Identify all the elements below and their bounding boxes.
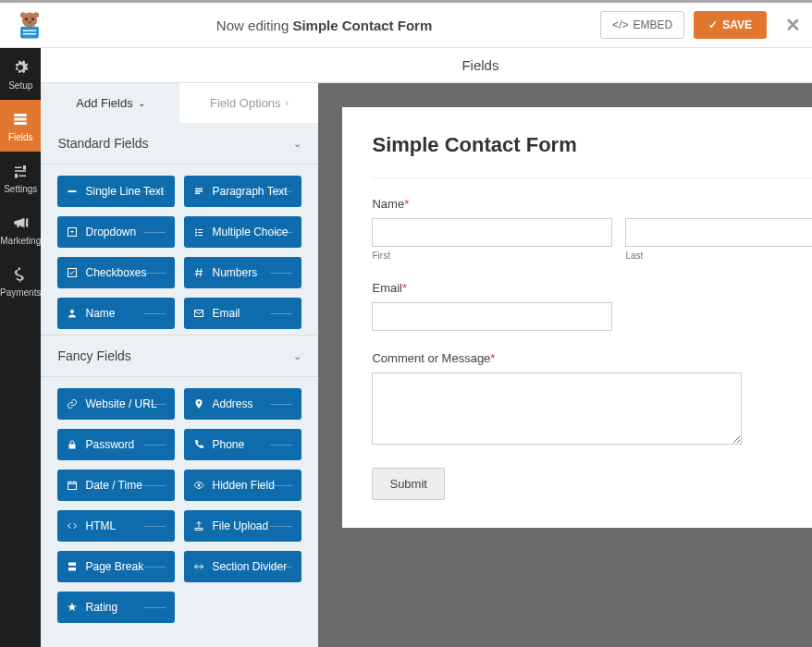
- field-paragraph-text[interactable]: Paragraph Text: [184, 176, 301, 207]
- svg-rect-25: [68, 482, 77, 490]
- group-fancy-fields[interactable]: Fancy Fields⌄: [41, 336, 318, 377]
- field-row-comment[interactable]: Comment or Message*: [372, 351, 812, 447]
- lock-icon: [67, 439, 78, 450]
- caret-square-icon: [67, 226, 78, 238]
- field-hidden-field[interactable]: Hidden Field: [184, 470, 301, 501]
- chevron-right-icon: ›: [286, 98, 289, 108]
- svg-point-3: [28, 21, 31, 24]
- submit-button[interactable]: Submit: [372, 468, 444, 500]
- chevron-down-icon: ⌄: [293, 350, 301, 362]
- first-sublabel: First: [372, 250, 612, 261]
- svg-point-18: [195, 235, 197, 237]
- user-icon: [67, 308, 78, 319]
- fields-icon: [12, 111, 29, 128]
- hash-icon: [193, 267, 204, 278]
- list-icon: [193, 226, 204, 238]
- close-icon[interactable]: ✕: [785, 14, 801, 36]
- field-address[interactable]: Address: [184, 388, 301, 420]
- rail-settings[interactable]: Settings: [0, 152, 41, 203]
- field-file-upload[interactable]: File Upload: [184, 510, 301, 542]
- field-page-break[interactable]: Page Break: [57, 551, 175, 582]
- svg-rect-6: [20, 27, 39, 39]
- rail-setup[interactable]: Setup: [0, 48, 41, 100]
- field-row-name[interactable]: Name* First Last: [372, 197, 812, 261]
- svg-point-21: [70, 310, 74, 313]
- first-name-input[interactable]: [372, 218, 612, 247]
- svg-point-2: [31, 18, 34, 20]
- last-name-input[interactable]: [625, 218, 812, 247]
- field-website-url[interactable]: Website / URL: [57, 388, 175, 420]
- dollar-icon: [12, 266, 29, 283]
- star-icon: [67, 602, 78, 613]
- page-break-icon: [67, 561, 78, 572]
- fields-panel: Add Fields⌄ Field Options› Standard Fiel…: [41, 83, 318, 647]
- field-section-divider[interactable]: Section Divider: [184, 551, 301, 582]
- field-checkboxes[interactable]: Checkboxes: [57, 257, 175, 288]
- svg-point-5: [33, 12, 39, 18]
- svg-rect-24: [69, 445, 76, 449]
- field-row-email[interactable]: Email*: [372, 281, 812, 331]
- form-canvas: Simple Contact Form Name* First Last Ema…: [318, 83, 812, 647]
- svg-point-26: [198, 484, 201, 487]
- name-label: Name*: [372, 197, 812, 211]
- paragraph-icon: [193, 186, 204, 197]
- code-icon: [67, 520, 78, 531]
- check-square-icon: [67, 267, 78, 278]
- comment-textarea[interactable]: [372, 372, 742, 445]
- rail-fields[interactable]: Fields: [0, 100, 41, 152]
- embed-button[interactable]: </>EMBED: [600, 11, 684, 39]
- svg-rect-19: [198, 235, 203, 236]
- tab-field-options[interactable]: Field Options›: [179, 83, 318, 123]
- phone-icon: [193, 439, 204, 450]
- rail-marketing[interactable]: Marketing: [0, 203, 41, 255]
- svg-point-23: [198, 401, 201, 404]
- svg-rect-9: [14, 114, 27, 116]
- envelope-icon: [193, 308, 204, 319]
- save-button[interactable]: ✓SAVE: [694, 11, 767, 39]
- rail-payments[interactable]: Payments: [0, 255, 41, 307]
- comment-label: Comment or Message*: [372, 351, 812, 365]
- svg-rect-7: [23, 30, 36, 31]
- field-email[interactable]: Email: [184, 298, 301, 329]
- field-date-time[interactable]: Date / Time: [57, 470, 175, 501]
- field-password[interactable]: Password: [57, 429, 175, 460]
- link-icon: [67, 398, 78, 409]
- form-title: Simple Contact Form: [372, 133, 812, 157]
- chevron-down-icon: ⌄: [138, 98, 145, 108]
- field-numbers[interactable]: Numbers: [184, 257, 301, 288]
- last-sublabel: Last: [625, 250, 812, 261]
- svg-rect-15: [198, 229, 203, 230]
- field-html[interactable]: HTML: [57, 510, 175, 542]
- email-label: Email*: [372, 281, 812, 295]
- field-single-line-text[interactable]: Single Line Text: [57, 176, 175, 207]
- chevron-down-icon: ⌄: [293, 138, 301, 150]
- svg-point-16: [195, 232, 197, 234]
- section-title: Fields: [41, 48, 812, 83]
- svg-point-1: [25, 18, 28, 20]
- email-input[interactable]: [372, 302, 612, 331]
- field-phone[interactable]: Phone: [184, 429, 301, 460]
- field-rating[interactable]: Rating: [57, 592, 175, 623]
- svg-point-4: [20, 12, 26, 18]
- map-pin-icon: [193, 398, 204, 409]
- svg-rect-8: [23, 33, 36, 34]
- group-standard-fields[interactable]: Standard Fields⌄: [41, 123, 318, 165]
- svg-rect-12: [68, 190, 77, 192]
- tab-add-fields[interactable]: Add Fields⌄: [41, 83, 179, 123]
- svg-rect-28: [68, 568, 76, 571]
- field-dropdown[interactable]: Dropdown: [57, 216, 175, 248]
- eye-slash-icon: [193, 480, 204, 491]
- svg-rect-27: [68, 563, 76, 567]
- divider: [372, 177, 812, 178]
- upload-icon: [193, 520, 204, 531]
- bullhorn-icon: [12, 214, 29, 231]
- check-icon: ✓: [708, 18, 718, 31]
- svg-point-14: [195, 229, 197, 231]
- svg-rect-10: [14, 118, 27, 121]
- svg-rect-11: [14, 122, 27, 125]
- field-multiple-choice[interactable]: Multiple Choice: [184, 216, 301, 248]
- field-name[interactable]: Name: [57, 298, 175, 329]
- editing-title: Now editing Simple Contact Form: [48, 18, 600, 33]
- form-preview[interactable]: Simple Contact Form Name* First Last Ema…: [342, 107, 812, 528]
- wpforms-logo: [11, 6, 48, 43]
